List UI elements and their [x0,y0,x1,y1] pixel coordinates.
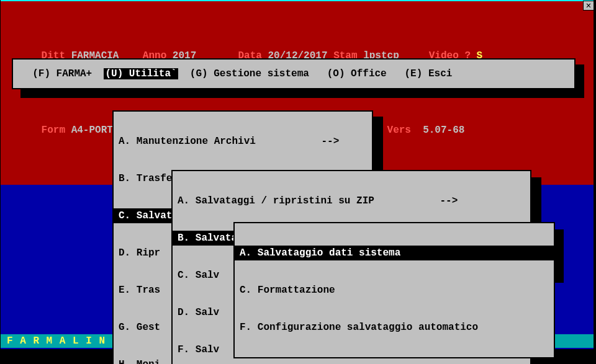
form-value: A4-PORTR [71,125,119,136]
form-label: Form [42,125,65,136]
main-menubar: (F) FARMA+ (U) Utilita` (G) Gestione sis… [12,58,576,89]
menu-item[interactable]: A. Salvataggi / ripristini su ZIP --> [173,193,530,208]
shadow [20,89,584,98]
menu-farma[interactable]: (F) FARMA+ [32,68,92,79]
vers-value: 5.07-68 [423,125,464,136]
menu-item[interactable]: C. Formattazione [235,283,554,298]
menu-office[interactable]: (O) Office [327,68,387,79]
menu-item-selected[interactable]: A. Salvataggio dati sistema [235,246,554,260]
menu-gestione[interactable]: (G) Gestione sistema [190,68,309,79]
submenu-usb-storage: A. Salvataggio dati sistema C. Formattaz… [233,222,555,358]
terminal-screen: ✕ Ditt FARMACIA Anno 2017 Data 20/12/201… [1,0,594,362]
menu-esci[interactable]: (E) Esci [405,68,453,79]
close-icon[interactable]: ✕ [583,1,594,11]
menu-item[interactable]: F. Configurazione salvataggio automatico [235,320,554,335]
menu-item[interactable]: A. Manutenzione Archivi --> [114,134,372,149]
vers-label: Vers [387,125,411,136]
menu-utilita[interactable]: (U) Utilita` [104,68,178,79]
